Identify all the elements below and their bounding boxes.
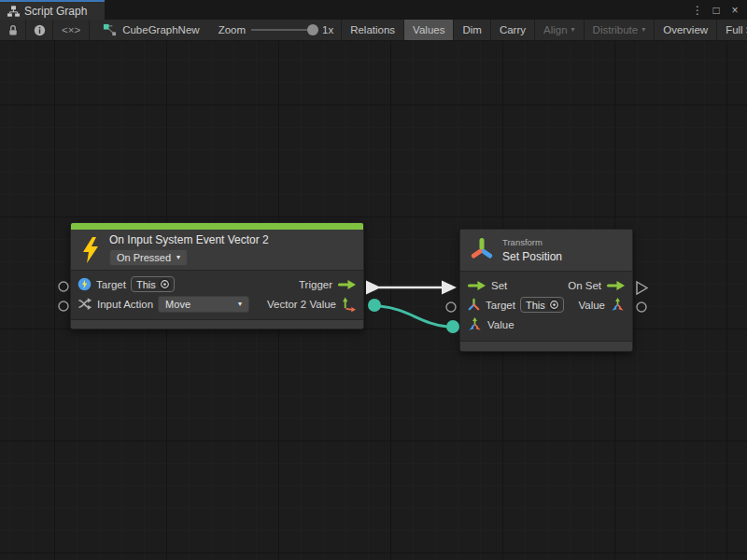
transform-node-title: Set Position <box>502 250 562 263</box>
target-input-label: Target <box>486 300 515 311</box>
maximize-icon[interactable]: □ <box>708 2 725 19</box>
flow-arrow-icon <box>467 280 486 291</box>
script-graph-window: Script Graph ⋮ □ × <box>0 0 747 560</box>
transform-value-row: Value <box>460 315 632 334</box>
zoom-slider[interactable] <box>251 29 317 31</box>
toolbar: <×> CubeGraphNew Zoom 1x Relations Value… <box>0 20 747 41</box>
toolbar-button-dim[interactable]: Dim <box>454 20 490 40</box>
port-value-input[interactable] <box>446 320 459 333</box>
tab-title: Script Graph <box>24 5 87 18</box>
value-output-label: Value <box>578 300 605 311</box>
input-system-icon <box>78 277 92 291</box>
code-view-button[interactable]: <×> <box>53 20 90 40</box>
event-input-action-row: Input Action Move ▾ Vector 2 Value <box>71 294 363 314</box>
zoom-value: 1x <box>322 24 333 35</box>
zoom-slider-knob[interactable] <box>307 24 318 35</box>
input-action-label: Input Action <box>97 299 153 310</box>
port-vector2-output[interactable] <box>368 299 381 312</box>
transform-node-footer <box>460 341 632 351</box>
transform-icon <box>470 236 494 264</box>
input-action-icon <box>78 297 92 311</box>
vector3-icon <box>610 297 626 313</box>
event-node-rows: Target This Trigger <box>71 271 363 314</box>
transform-node-rows: Set On Set Targe <box>460 272 632 334</box>
input-action-dropdown[interactable]: Move ▾ <box>158 296 249 313</box>
target-this-chip[interactable]: This <box>520 297 564 313</box>
toolbar-button-fullscreen[interactable]: Full Screen <box>717 20 747 40</box>
node-transform-set-position[interactable]: Transform Set Position Set On Set <box>459 229 633 352</box>
chevron-down-icon: ▾ <box>238 301 242 308</box>
transform-target-row: Target This Value <box>460 295 632 315</box>
transform-axes-icon <box>467 298 481 312</box>
event-node-header: On Input System Event Vector 2 On Presse… <box>71 230 363 271</box>
window-controls: ⋮ □ × <box>689 0 747 20</box>
chevron-down-icon: ▾ <box>571 26 575 34</box>
vector2-output-label: Vector 2 Value <box>267 299 336 310</box>
code-icon: <×> <box>62 24 80 35</box>
node-on-input-system-event-vector2[interactable]: On Input System Event Vector 2 On Presse… <box>70 222 364 329</box>
close-icon[interactable]: × <box>726 2 743 19</box>
value-input-label: Value <box>487 319 514 330</box>
set-input-label: Set <box>491 280 507 291</box>
vector2-icon <box>341 296 357 312</box>
tab-script-graph[interactable]: Script Graph <box>0 0 105 20</box>
event-node-footer <box>71 319 363 329</box>
event-accent-strip <box>71 223 363 230</box>
toolbar-button-carry[interactable]: Carry <box>491 20 535 40</box>
transform-node-header: Transform Set Position <box>460 230 632 272</box>
event-node-title: On Input System Event Vector 2 <box>109 233 269 246</box>
lightning-bolt-icon <box>80 237 101 263</box>
target-label: Target <box>96 279 126 290</box>
toolbar-button-align[interactable]: Align ▾ <box>535 20 585 40</box>
vector3-icon <box>467 316 483 332</box>
object-picker-icon[interactable] <box>548 299 560 311</box>
flow-arrow-icon <box>337 279 357 290</box>
trigger-output-label: Trigger <box>299 279 332 290</box>
graph-hierarchy-icon <box>7 6 20 17</box>
toolbar-button-values[interactable]: Values <box>404 20 454 40</box>
event-target-row: Target This Trigger <box>71 274 363 294</box>
transform-set-row: Set On Set <box>460 275 632 295</box>
target-this-chip[interactable]: This <box>131 276 175 292</box>
title-bar: Script Graph ⋮ □ × <box>0 0 747 20</box>
onset-output-label: On Set <box>568 280 601 291</box>
transform-category-label: Transform <box>502 237 562 247</box>
info-button[interactable] <box>26 20 53 40</box>
kebab-menu-icon[interactable]: ⋮ <box>689 2 706 19</box>
lock-icon <box>7 24 19 36</box>
chevron-down-icon: ▾ <box>176 254 180 261</box>
zoom-label: Zoom <box>218 24 246 35</box>
lock-button[interactable] <box>0 20 26 40</box>
toolbar-button-overview[interactable]: Overview <box>655 20 717 40</box>
flow-arrow-icon <box>606 280 626 291</box>
toolbar-button-distribute[interactable]: Distribute ▾ <box>585 20 655 40</box>
graph-name[interactable]: CubeGraphNew <box>122 24 199 35</box>
trigger-mode-dropdown[interactable]: On Pressed ▾ <box>109 249 188 266</box>
chevron-down-icon: ▾ <box>641 26 645 34</box>
graph-context-group: CubeGraphNew Zoom 1x <box>90 20 342 40</box>
object-picker-icon[interactable] <box>159 278 171 290</box>
toolbar-button-relations[interactable]: Relations <box>342 20 404 40</box>
info-icon <box>34 24 46 36</box>
graph-node-icon <box>103 23 117 37</box>
